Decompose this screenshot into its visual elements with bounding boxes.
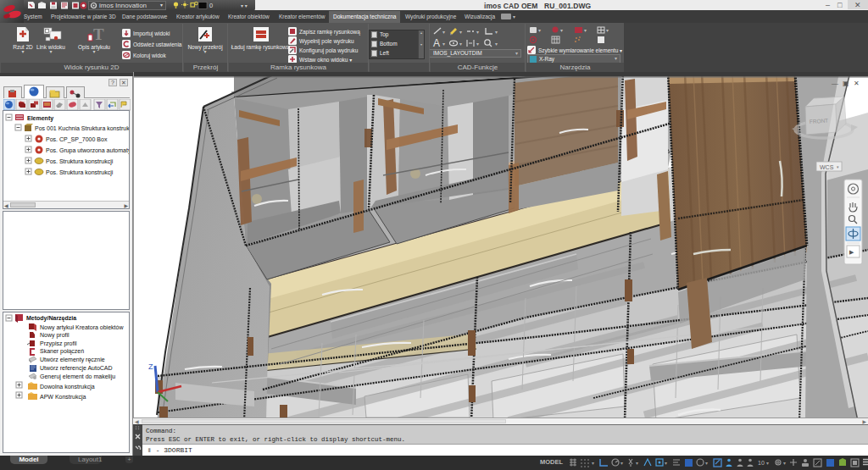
svg-text:—: — [832, 80, 838, 87]
svg-text:APW Konstrukcja: APW Konstrukcja [40, 394, 86, 401]
svg-text:▾: ▾ [442, 30, 445, 35]
svg-text:Skaner połączeń: Skaner połączeń [40, 348, 84, 355]
svg-text:▾: ▾ [705, 461, 708, 466]
svg-text:▾: ▾ [476, 30, 479, 35]
svg-text:Dowolna konstrukcja: Dowolna konstrukcja [40, 384, 95, 390]
svg-text:Pos 001 Kuchnia Struktura kons: Pos 001 Kuchnia Struktura konstrukcji [35, 125, 129, 132]
svg-text:▶: ▶ [849, 249, 854, 255]
svg-text:▾: ▾ [459, 30, 462, 35]
svg-text:▾: ▾ [766, 461, 769, 466]
svg-text:Nowy artykuł Kreatora obiektów: Nowy artykuł Kreatora obiektów [40, 324, 124, 331]
svg-text:Pos. Struktura konstrukcji: Pos. Struktura konstrukcji [46, 158, 114, 165]
svg-text:Pos. CP_SP_7000 Box: Pos. CP_SP_7000 Box [46, 136, 108, 143]
svg-text:▾: ▾ [592, 461, 594, 466]
svg-text:▾: ▾ [495, 41, 498, 47]
svg-text:▣: ▣ [843, 80, 849, 87]
svg-text:▾: ▾ [636, 461, 638, 466]
svg-text:Nowy profil: Nowy profil [40, 332, 70, 339]
svg-text:Przypisz profil: Przypisz profil [40, 340, 77, 347]
svg-text:Generuj element do makeliju: Generuj element do makeliju [40, 373, 115, 380]
svg-text:▾: ▾ [620, 461, 623, 466]
svg-text:▾: ▾ [459, 41, 462, 47]
svg-text:▾: ▾ [560, 28, 563, 33]
svg-text:A: A [433, 37, 440, 49]
svg-text:▾: ▾ [476, 41, 479, 47]
svg-text:▾: ▾ [495, 30, 498, 35]
svg-text:Pos. Struktura konstrukcji: Pos. Struktura konstrukcji [46, 169, 114, 176]
svg-text:Metody/Narzędzia: Metody/Narzędzia [26, 315, 76, 322]
svg-text:▾: ▾ [606, 28, 609, 33]
svg-text:Z: Z [148, 362, 153, 371]
svg-text:Pos. Grupa utworzona automaty: Pos. Grupa utworzona automatycz [46, 147, 129, 154]
svg-text:▾: ▾ [665, 461, 667, 466]
svg-text:▾: ▾ [783, 461, 786, 466]
svg-text:WCS: WCS [820, 164, 834, 170]
svg-text:▾: ▾ [442, 41, 445, 47]
svg-text:Utwórz referencje AutoCAD: Utwórz referencje AutoCAD [40, 365, 113, 372]
svg-text:Elementy: Elementy [27, 115, 53, 122]
svg-text:✕: ✕ [854, 80, 860, 87]
svg-text:T: T [93, 26, 104, 42]
svg-text:0: 0 [209, 2, 213, 9]
svg-text:▾: ▾ [584, 28, 587, 33]
svg-text:Utwórz elementy ręcznie: Utwórz elementy ręcznie [40, 357, 105, 363]
svg-text:10: 10 [758, 460, 765, 466]
svg-text:▾: ▾ [538, 28, 541, 33]
